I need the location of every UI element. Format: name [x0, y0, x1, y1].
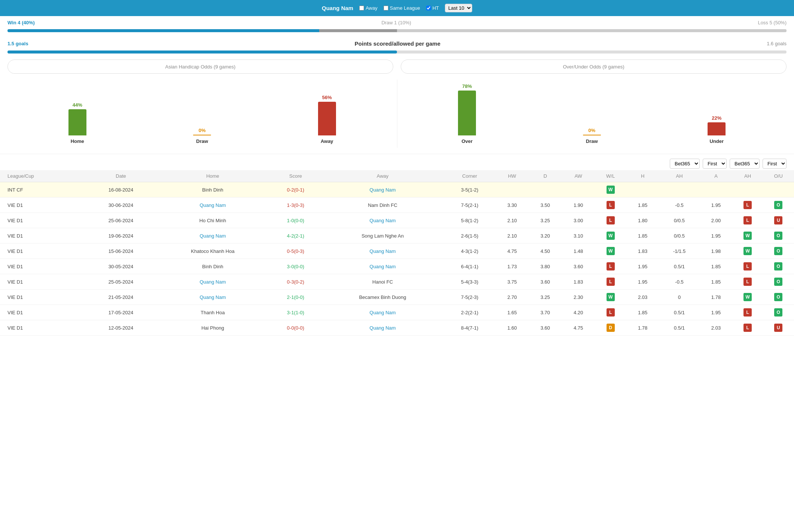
td-hw: 4.75	[495, 244, 529, 259]
td-a: 1.95	[699, 228, 733, 244]
bar-home: 44% Home	[68, 102, 86, 144]
td-date: 16-08-2024	[86, 182, 156, 198]
first-select-1[interactable]: First	[703, 159, 727, 169]
away-team-link[interactable]: Quang Nam	[370, 187, 396, 193]
away-team-link[interactable]: Quang Nam	[370, 218, 396, 223]
stats-bar: Win 4 (40%) Draw 1 (10%) Loss 5 (50%)	[0, 16, 794, 29]
table-row: VIE D1 25-05-2024 Quang Nam 0-3(0-2) Han…	[0, 274, 794, 290]
td-away: Quang Nam	[321, 259, 444, 274]
goals-progress-bar	[7, 51, 787, 53]
asian-handicap-games: (9 games)	[214, 64, 236, 70]
wl-badge: W	[607, 186, 615, 194]
td-corner: 7-5(2-3)	[444, 290, 495, 305]
td-ou: O	[763, 198, 794, 213]
over-label: Over	[461, 138, 473, 144]
td-ah: 0.5/1	[659, 320, 699, 336]
away-team-link[interactable]: Quang Nam	[370, 248, 396, 254]
table-row: VIE D1 30-05-2024 Binh Dinh 3-0(0-0) Qua…	[0, 259, 794, 274]
away-checkbox[interactable]	[359, 6, 364, 10]
draw-bar	[319, 29, 397, 32]
td-wl: L	[595, 259, 626, 274]
goals-progress-inner	[7, 51, 397, 53]
away-checkbox-label[interactable]: Away	[359, 5, 378, 11]
td-h: 1.85	[626, 198, 659, 213]
td-corner: 7-5(2-1)	[444, 198, 495, 213]
td-corner: 5-4(3-3)	[444, 274, 495, 290]
td-score: 4-2(2-1)	[270, 228, 321, 244]
col-ou: O/U	[763, 170, 794, 182]
td-aw: 1.83	[562, 274, 595, 290]
td-away: Quang Nam	[321, 182, 444, 198]
td-home: Hai Phong	[156, 320, 270, 336]
home-team-link[interactable]: Quang Nam	[199, 233, 226, 239]
td-league: VIE D1	[0, 305, 86, 320]
bet365-select-2[interactable]: Bet365	[730, 159, 760, 169]
col-ah2: AH	[733, 170, 763, 182]
bet365-select-1[interactable]: Bet365	[670, 159, 700, 169]
ah2-badge: L	[743, 201, 752, 209]
td-wl: D	[595, 320, 626, 336]
draw-label: Draw 1 (10%)	[381, 20, 411, 25]
td-league: VIE D1	[0, 213, 86, 228]
td-ah2: L	[733, 320, 763, 336]
draw-pct-right: 0%	[588, 128, 595, 133]
td-league: INT CF	[0, 182, 86, 198]
away-team-link[interactable]: Quang Nam	[370, 325, 396, 331]
td-corner: 2-6(1-5)	[444, 228, 495, 244]
td-league: VIE D1	[0, 320, 86, 336]
table-row: VIE D1 30-06-2024 Quang Nam 1-3(0-3) Nam…	[0, 198, 794, 213]
td-aw: 4.75	[562, 320, 595, 336]
ah2-badge: L	[743, 324, 752, 332]
away-bar	[318, 102, 336, 135]
td-score: 3-0(0-0)	[270, 259, 321, 274]
table-row: VIE D1 21-05-2024 Quang Nam 2-1(0-0) Bec…	[0, 290, 794, 305]
td-ou: U	[763, 320, 794, 336]
draw-pct-left: 0%	[199, 128, 206, 133]
ou-badge: O	[774, 278, 782, 286]
away-team-link[interactable]: Quang Nam	[370, 264, 396, 269]
td-ou: O	[763, 244, 794, 259]
wl-badge: L	[607, 308, 615, 317]
td-score: 3-1(1-0)	[270, 305, 321, 320]
away-team: Song Lam Nghe An	[361, 233, 404, 239]
draw-label-left: Draw	[196, 138, 208, 144]
td-league: VIE D1	[0, 290, 86, 305]
ou-badge: O	[774, 293, 782, 301]
right-goals: 1.6 goals	[767, 41, 787, 46]
td-home: Ho Chi Minh	[156, 213, 270, 228]
ht-checkbox[interactable]	[426, 6, 431, 10]
away-team-link[interactable]: Quang Nam	[370, 310, 396, 315]
td-h: 1.80	[626, 213, 659, 228]
ou-badge: O	[774, 201, 782, 209]
ht-checkbox-label[interactable]: HT	[426, 5, 439, 11]
win-label: Win 4 (40%)	[7, 20, 35, 25]
first-select-2[interactable]: First	[763, 159, 787, 169]
td-d: 3.50	[529, 198, 562, 213]
td-hw: 1.73	[495, 259, 529, 274]
ah2-badge: W	[743, 232, 752, 240]
td-d: 4.50	[529, 244, 562, 259]
home-team-link[interactable]: Quang Nam	[199, 202, 226, 208]
same-league-checkbox-label[interactable]: Same League	[384, 5, 420, 11]
td-home: Binh Dinh	[156, 259, 270, 274]
under-pct: 22%	[712, 115, 721, 121]
td-home: Binh Dinh	[156, 182, 270, 198]
same-league-checkbox[interactable]	[384, 6, 388, 10]
col-away: Away	[321, 170, 444, 182]
td-corner: 4-3(1-2)	[444, 244, 495, 259]
table-row: VIE D1 25-06-2024 Ho Chi Minh 1-0(0-0) Q…	[0, 213, 794, 228]
td-aw: 4.20	[562, 305, 595, 320]
left-goals: 1.5 goals	[7, 41, 28, 46]
td-home: Khatoco Khanh Hoa	[156, 244, 270, 259]
right-chart-group: 78% Over 0% Draw 22% Under	[397, 80, 787, 148]
td-ah: 0.5/1	[659, 305, 699, 320]
over-under-box: Over/Under Odds (9 games)	[401, 59, 787, 74]
last-select[interactable]: Last 10 Last 5 Last 20	[445, 4, 472, 12]
td-date: 19-06-2024	[86, 228, 156, 244]
td-ah: 0/0.5	[659, 213, 699, 228]
home-team-link[interactable]: Quang Nam	[199, 279, 226, 285]
ah2-badge: L	[743, 308, 752, 317]
home-team-link[interactable]: Quang Nam	[199, 294, 226, 300]
td-score: 0-5(0-3)	[270, 244, 321, 259]
td-date: 30-05-2024	[86, 259, 156, 274]
